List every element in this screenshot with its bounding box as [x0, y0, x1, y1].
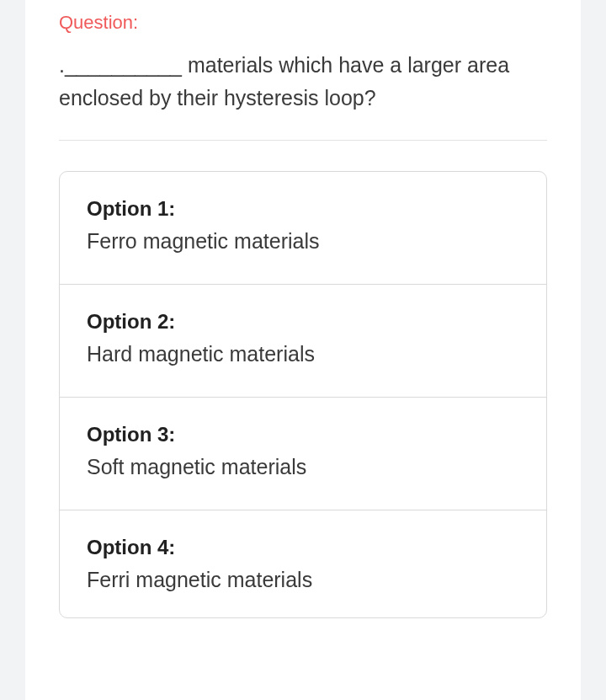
option-1[interactable]: Option 1: Ferro magnetic materials [60, 172, 546, 285]
question-card: Question: .__________ materials which ha… [25, 0, 581, 700]
option-4[interactable]: Option 4: Ferri magnetic materials [60, 510, 546, 617]
options-container: Option 1: Ferro magnetic materials Optio… [59, 171, 547, 618]
option-text: Soft magnetic materials [87, 455, 519, 479]
question-label: Question: [59, 12, 547, 34]
option-2[interactable]: Option 2: Hard magnetic materials [60, 285, 546, 398]
option-label: Option 2: [87, 310, 519, 334]
option-label: Option 1: [87, 197, 519, 221]
option-text: Ferro magnetic materials [87, 229, 519, 254]
question-text: .__________ materials which have a large… [59, 49, 547, 115]
option-label: Option 4: [87, 536, 519, 559]
option-text: Hard magnetic materials [87, 342, 519, 366]
option-text: Ferri magnetic materials [87, 568, 519, 592]
divider [59, 140, 547, 141]
option-label: Option 3: [87, 423, 519, 446]
option-3[interactable]: Option 3: Soft magnetic materials [60, 398, 546, 510]
